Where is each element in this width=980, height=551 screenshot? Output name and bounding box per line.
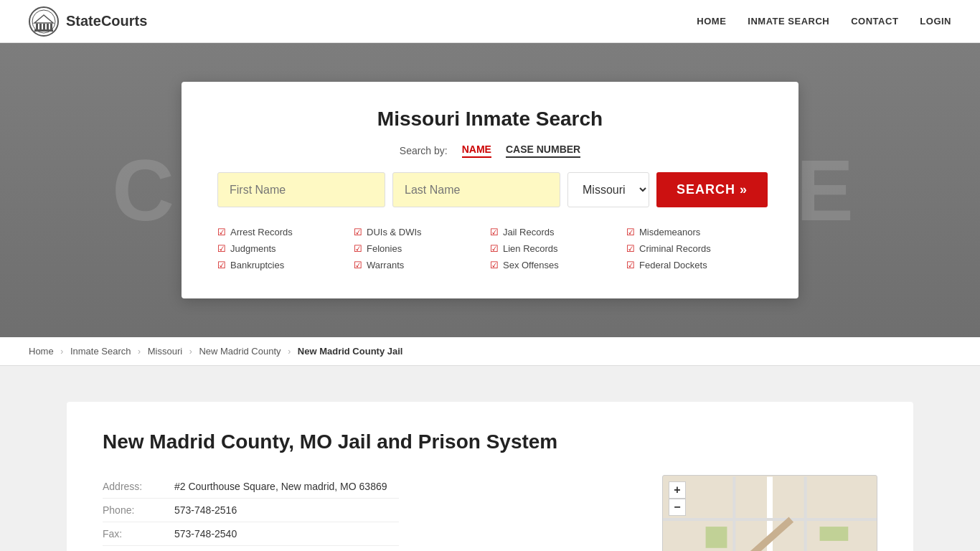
svg-marker-7 [34,15,53,23]
logo-icon [29,6,59,37]
search-by-row: Search by: NAME CASE NUMBER [217,143,763,158]
breadcrumb-sep-2: › [138,347,141,357]
info-table: Address: #2 Courthouse Square, New madri… [103,475,399,551]
feature-label: Bankruptcies [230,260,284,270]
search-by-label: Search by: [400,145,448,156]
phone-value: 573-748-2516 [174,499,399,522]
feature-label: Sex Offenses [503,260,559,270]
content-with-map: Address: #2 Courthouse Square, New madri… [103,475,877,551]
search-inputs-row: Missouri SEARCH » [217,172,763,207]
check-icon: ☑ [626,260,635,270]
feature-label: Criminal Records [639,243,711,254]
check-icon: ☑ [217,243,226,254]
last-name-input[interactable] [392,172,560,207]
breadcrumb-sep-3: › [189,347,192,357]
check-icon: ☑ [354,227,362,237]
feature-item: ☑DUIs & DWIs [354,225,490,240]
website-value: https://monroecountyjail.net [174,546,399,552]
breadcrumb-sep-4: › [288,347,291,357]
table-row-fax: Fax: 573-748-2540 [103,522,399,546]
table-row-website: Website: https://monroecountyjail.net [103,546,399,552]
feature-label: Judgments [230,243,276,254]
feature-item: ☑Lien Records [490,241,626,256]
feature-label: Arrest Records [230,227,293,237]
svg-rect-4 [43,24,45,29]
check-icon: ☑ [217,227,226,237]
tab-case-number[interactable]: CASE NUMBER [506,143,580,158]
feature-item: ☑Federal Dockets [626,258,763,273]
main-nav: HOME INMATE SEARCH CONTACT LOGIN [697,16,951,27]
breadcrumb-home[interactable]: Home [29,346,54,357]
feature-item: ☑Jail Records [490,225,626,240]
feature-item: ☑Judgments [217,241,354,256]
feature-item: ☑Criminal Records [626,241,763,256]
search-button[interactable]: SEARCH » [656,172,768,207]
feature-item: ☑Sex Offenses [490,258,626,273]
hero-section: COURTHOUSE Missouri Inmate Search Search… [0,43,980,337]
feature-label: Felonies [367,243,402,254]
map-zoom-in[interactable]: + [669,481,686,499]
check-icon: ☑ [217,260,226,270]
nav-contact[interactable]: CONTACT [851,16,898,27]
map-controls: + − [669,481,686,516]
svg-rect-2 [36,24,38,29]
content-left: Address: #2 Courthouse Square, New madri… [103,475,641,551]
feature-label: Federal Dockets [639,260,707,270]
phone-label: Phone: [103,499,174,522]
table-row-phone: Phone: 573-748-2516 [103,499,399,522]
address-label: Address: [103,475,174,499]
logo-text: StateCourts [66,13,147,29]
feature-item: ☑Arrest Records [217,225,354,240]
search-modal: Missouri Inmate Search Search by: NAME C… [182,82,798,298]
breadcrumb-current: New Madrid County Jail [298,346,403,357]
svg-rect-17 [706,527,727,548]
table-row-address: Address: #2 Courthouse Square, New madri… [103,475,399,499]
check-icon: ☑ [354,260,362,270]
feature-item: ☑Misdemeanors [626,225,763,240]
feature-item: ☑Warrants [354,258,490,273]
svg-rect-6 [50,24,52,29]
check-icon: ☑ [490,260,499,270]
breadcrumb-new-madrid-county[interactable]: New Madrid County [199,346,281,357]
check-icon: ☑ [354,243,362,254]
main-content: New Madrid County, MO Jail and Prison Sy… [67,402,913,551]
feature-label: Misdemeanors [639,227,700,237]
map-svg [663,476,877,551]
website-label: Website: [103,546,174,552]
breadcrumb: Home › Inmate Search › Missouri › New Ma… [0,337,980,366]
feature-item: ☑Bankruptcies [217,258,354,273]
svg-rect-3 [39,24,42,29]
logo-area: StateCourts [29,6,147,37]
check-icon: ☑ [490,243,499,254]
feature-label: Lien Records [503,243,558,254]
fax-value: 573-748-2540 [174,522,399,546]
breadcrumb-missouri[interactable]: Missouri [148,346,182,357]
svg-rect-5 [47,24,49,29]
fax-label: Fax: [103,522,174,546]
features-grid: ☑Arrest Records☑DUIs & DWIs☑Jail Records… [217,225,763,273]
svg-rect-18 [820,527,849,541]
state-select[interactable]: Missouri [567,172,649,207]
feature-item: ☑Felonies [354,241,490,256]
tab-name[interactable]: NAME [462,143,491,158]
jail-title: New Madrid County, MO Jail and Prison Sy… [103,430,877,453]
svg-rect-8 [34,29,53,32]
feature-label: Jail Records [503,227,555,237]
nav-login[interactable]: LOGIN [920,16,951,27]
feature-label: DUIs & DWIs [367,227,422,237]
map-zoom-out[interactable]: − [669,499,686,516]
feature-label: Warrants [367,260,404,270]
check-icon: ☑ [626,243,635,254]
nav-home[interactable]: HOME [697,16,726,27]
check-icon: ☑ [490,227,499,237]
breadcrumb-sep-1: › [60,347,63,357]
map-area: + − [662,475,877,551]
nav-inmate-search[interactable]: INMATE SEARCH [748,16,829,27]
search-modal-title: Missouri Inmate Search [217,108,763,131]
address-value: #2 Courthouse Square, New madrid, MO 638… [174,475,399,499]
header: StateCourts HOME INMATE SEARCH CONTACT L… [0,0,980,43]
breadcrumb-inmate-search[interactable]: Inmate Search [70,346,131,357]
check-icon: ☑ [626,227,635,237]
first-name-input[interactable] [217,172,385,207]
